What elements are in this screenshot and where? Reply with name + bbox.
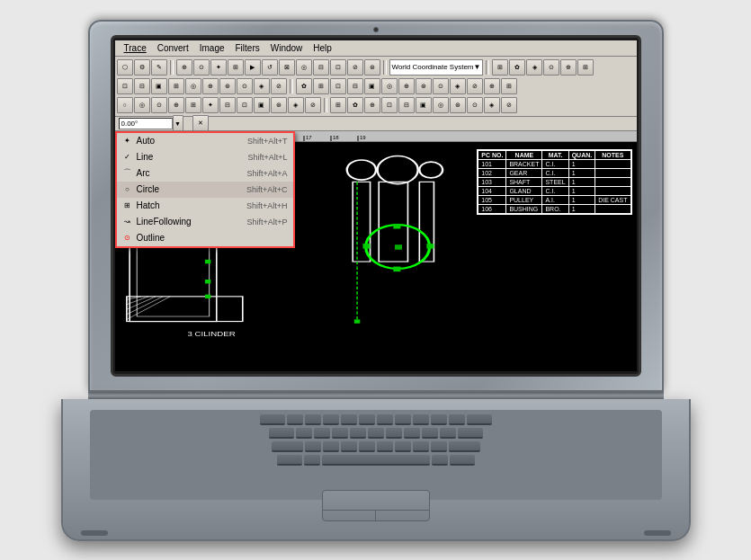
toolbar-btn-r2-22[interactable]: ⊕ xyxy=(484,78,500,94)
key-w[interactable] xyxy=(305,414,321,425)
key-g[interactable] xyxy=(368,428,384,439)
key-z[interactable] xyxy=(305,441,321,452)
toolbar-btn-r2-20[interactable]: ◈ xyxy=(450,78,466,94)
touchpad-left-btn[interactable] xyxy=(323,511,376,520)
toolbar-btn-13[interactable]: ⊡ xyxy=(330,59,346,76)
toolbar-btn-r3-11[interactable]: ◈ xyxy=(288,97,304,113)
toolbar-btn-r2-6[interactable]: ⊕ xyxy=(202,78,219,94)
toolbar-btn-r3-2[interactable]: ◎ xyxy=(134,97,150,113)
close-btn[interactable]: ✕ xyxy=(192,115,209,131)
toolbar-btn-r3-17[interactable]: ⊟ xyxy=(398,97,415,113)
key-ctrl[interactable] xyxy=(277,455,302,466)
toolbar-btn-10[interactable]: ⊠ xyxy=(279,59,295,76)
menu-image[interactable]: Image xyxy=(194,43,230,53)
key-rshift[interactable] xyxy=(449,441,480,452)
toolbar-btn-9[interactable]: ↺ xyxy=(262,59,278,76)
toolbar-btn-r2-8[interactable]: ⊙ xyxy=(237,78,253,94)
toolbar-btn-r3-5[interactable]: ⊞ xyxy=(185,97,201,113)
toolbar-btn-r3-16[interactable]: ⊡ xyxy=(381,97,398,113)
menu-help[interactable]: Help xyxy=(308,43,337,53)
menu-item-outline[interactable]: ⊙ Outline xyxy=(117,230,293,246)
toolbar-btn-r2-11[interactable]: ✿ xyxy=(296,78,312,94)
key-comma[interactable] xyxy=(431,441,447,452)
toolbar-btn-21[interactable]: ⊞ xyxy=(577,59,594,76)
key-e[interactable] xyxy=(323,414,339,425)
toolbar-btn-r3-6[interactable]: ✦ xyxy=(202,97,219,113)
toolbar-btn-2[interactable]: ⚙ xyxy=(134,59,150,76)
angle-input[interactable] xyxy=(119,118,173,129)
key-q[interactable] xyxy=(287,414,303,425)
touchpad-right-btn[interactable] xyxy=(376,511,429,520)
toolbar-btn-r2-23[interactable]: ⊞ xyxy=(501,78,517,94)
toolbar-btn-14[interactable]: ⊘ xyxy=(347,59,363,76)
toolbar-btn-r2-1[interactable]: ⊡ xyxy=(117,78,133,94)
key-y[interactable] xyxy=(377,414,393,425)
toolbar-btn-3[interactable]: ✎ xyxy=(151,59,167,76)
key-a[interactable] xyxy=(296,428,312,439)
toolbar-btn-19[interactable]: ⊙ xyxy=(543,59,559,76)
key-s[interactable] xyxy=(314,428,330,439)
toolbar-btn-r3-13[interactable]: ⊞ xyxy=(330,97,346,113)
toolbar-btn-r2-2[interactable]: ⊟ xyxy=(134,78,150,94)
menu-trace[interactable]: Trace xyxy=(119,43,152,53)
toolbar-btn-r2-4[interactable]: ⊞ xyxy=(168,78,184,94)
toolbar-btn-7[interactable]: ⊞ xyxy=(228,59,244,76)
touchpad[interactable] xyxy=(322,490,430,521)
menu-convert[interactable]: Convert xyxy=(152,43,194,53)
toolbar-btn-r3-22[interactable]: ◈ xyxy=(484,97,500,113)
toolbar-btn-4[interactable]: ⊕ xyxy=(176,59,192,76)
toolbar-btn-r2-13[interactable]: ⊡ xyxy=(330,78,346,94)
key-space[interactable] xyxy=(322,455,430,466)
toolbar-btn-r3-15[interactable]: ⊕ xyxy=(364,97,380,113)
toolbar-btn-r3-10[interactable]: ⊛ xyxy=(271,97,287,113)
toolbar-btn-r3-3[interactable]: ⊙ xyxy=(151,97,167,113)
key-t[interactable] xyxy=(359,414,375,425)
menu-item-circle[interactable]: ○ Circle Shift+Alt+C xyxy=(117,182,293,198)
coord-system-dropdown[interactable]: World Coordinate System ▼ xyxy=(389,59,484,76)
toolbar-btn-12[interactable]: ⊟ xyxy=(313,59,329,76)
key-x[interactable] xyxy=(323,441,339,452)
key-altgr[interactable] xyxy=(432,455,448,466)
key-b[interactable] xyxy=(377,441,393,452)
toolbar-btn-15[interactable]: ⊛ xyxy=(364,59,380,76)
key-v[interactable] xyxy=(359,441,375,452)
menu-item-linefollowing[interactable]: ↝ LineFollowing Shift+Alt+P xyxy=(117,214,293,230)
toolbar-btn-r3-8[interactable]: ⊡ xyxy=(237,97,253,113)
key-c[interactable] xyxy=(341,441,357,452)
key-caps[interactable] xyxy=(269,428,294,439)
toolbar-btn-r3-14[interactable]: ✿ xyxy=(347,97,363,113)
toolbar-btn-18[interactable]: ◈ xyxy=(526,59,542,76)
key-m[interactable] xyxy=(413,441,429,452)
toolbar-btn-1[interactable]: ⬡ xyxy=(117,59,133,76)
key-alt[interactable] xyxy=(304,455,320,466)
toolbar-btn-r3-19[interactable]: ◎ xyxy=(433,97,449,113)
key-f[interactable] xyxy=(350,428,366,439)
toolbar-btn-8[interactable]: ▶ xyxy=(245,59,261,76)
toolbar-btn-17[interactable]: ✿ xyxy=(509,59,525,76)
key-k[interactable] xyxy=(422,428,438,439)
key-rctrl[interactable] xyxy=(450,455,475,466)
toolbar-btn-r3-12[interactable]: ⊘ xyxy=(305,97,321,113)
key-d[interactable] xyxy=(332,428,348,439)
toolbar-btn-r2-21[interactable]: ⊘ xyxy=(467,78,483,94)
toolbar-btn-r3-4[interactable]: ⊕ xyxy=(168,97,184,113)
toolbar-btn-5[interactable]: ⊙ xyxy=(193,59,210,76)
toolbar-btn-r2-9[interactable]: ◈ xyxy=(254,78,270,94)
toolbar-btn-20[interactable]: ⊕ xyxy=(560,59,577,76)
menu-item-line[interactable]: ✓ Line Shift+Alt+L xyxy=(117,149,293,165)
angle-dropdown-btn[interactable]: ▼ xyxy=(173,115,183,131)
key-u[interactable] xyxy=(395,414,411,425)
key-lshift[interactable] xyxy=(272,441,303,452)
key-l[interactable] xyxy=(440,428,456,439)
key-j[interactable] xyxy=(404,428,420,439)
toolbar-btn-6[interactable]: ✦ xyxy=(210,59,227,76)
key-enter[interactable] xyxy=(458,428,483,439)
toolbar-btn-r2-10[interactable]: ⊘ xyxy=(271,78,287,94)
menu-item-hatch[interactable]: ⊞ Hatch Shift+Alt+H xyxy=(117,198,293,214)
toolbar-btn-r3-7[interactable]: ⊟ xyxy=(219,97,236,113)
toolbar-btn-r2-16[interactable]: ◎ xyxy=(381,78,398,94)
toolbar-btn-r2-19[interactable]: ⊙ xyxy=(433,78,449,94)
key-backspace[interactable] xyxy=(467,414,492,425)
key-r[interactable] xyxy=(341,414,357,425)
toolbar-btn-r3-20[interactable]: ⊛ xyxy=(450,97,466,113)
